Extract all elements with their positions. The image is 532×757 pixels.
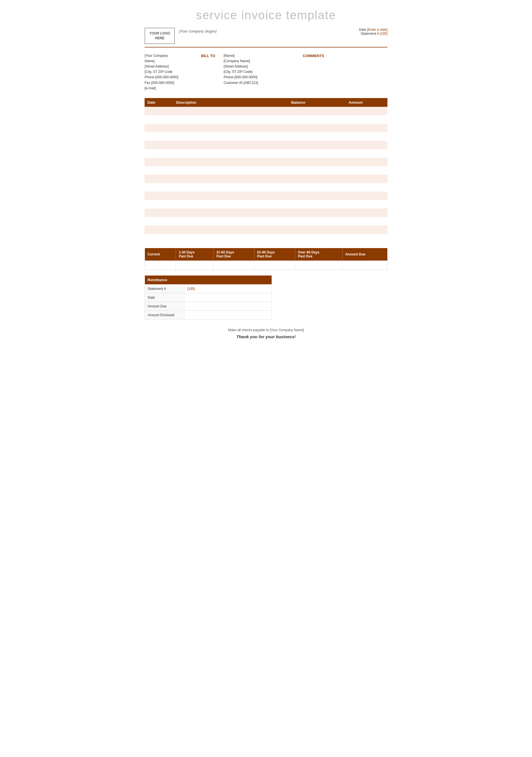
invoice-table: Date Description Balance Amount (145, 98, 387, 242)
statement-value[interactable]: [100] (380, 32, 387, 36)
row-balance[interactable] (288, 217, 346, 226)
row-date[interactable] (145, 158, 173, 166)
row-description[interactable] (173, 124, 288, 132)
row-balance[interactable] (288, 124, 346, 132)
row-date[interactable] (145, 226, 173, 234)
row-amount[interactable] (346, 132, 387, 141)
row-description[interactable] (173, 107, 288, 115)
row-amount[interactable] (346, 149, 387, 158)
row-balance[interactable] (288, 200, 346, 208)
company-info: [Your Company Name]. [Street Address] [C… (145, 53, 201, 91)
table-row (145, 107, 387, 115)
company-line7: [e-mail] (145, 86, 201, 91)
row-description[interactable] (173, 217, 288, 226)
row-amount[interactable] (346, 226, 387, 234)
row-description[interactable] (173, 175, 288, 183)
row-description[interactable] (173, 149, 288, 158)
row-balance[interactable] (288, 158, 346, 166)
summary-header-row: Current 1-30 DaysPast Due 31-60 DaysPast… (145, 248, 387, 261)
summary-amount-due-value[interactable] (342, 260, 387, 270)
row-amount[interactable] (346, 234, 387, 242)
row-description[interactable] (173, 192, 288, 200)
logo-slogan-area: YOUR LOGO HERE [Your company slogan] (145, 28, 216, 44)
row-date[interactable] (145, 208, 173, 217)
row-amount[interactable] (346, 166, 387, 175)
row-balance[interactable] (288, 226, 346, 234)
remittance-value-1[interactable] (184, 293, 272, 302)
remittance-value-3[interactable] (184, 311, 272, 319)
row-date[interactable] (145, 166, 173, 175)
table-row (145, 158, 387, 166)
summary-over-90-value[interactable] (295, 260, 343, 270)
summary-61-90-value[interactable] (254, 260, 295, 270)
billto-customer-id: Customer ID [ABC123] (224, 80, 303, 86)
summary-61-90: 61-90 DaysPast Due (254, 248, 295, 261)
page-title: service invoice template (145, 9, 387, 22)
row-balance[interactable] (288, 141, 346, 149)
row-description[interactable] (173, 226, 288, 234)
row-amount[interactable] (346, 192, 387, 200)
row-balance[interactable] (288, 175, 346, 183)
remittance-label-0: Statement # (145, 284, 184, 293)
remittance-value-2[interactable] (184, 302, 272, 311)
row-date[interactable] (145, 115, 173, 124)
row-description[interactable] (173, 158, 288, 166)
row-balance[interactable] (288, 166, 346, 175)
row-amount[interactable] (346, 141, 387, 149)
summary-31-60: 31-60 DaysPast Due (213, 248, 254, 261)
remittance-value-0[interactable]: [100] (184, 284, 272, 293)
row-description[interactable] (173, 234, 288, 242)
row-date[interactable] (145, 149, 173, 158)
summary-1-30-value[interactable] (176, 260, 213, 270)
row-description[interactable] (173, 115, 288, 124)
row-description[interactable] (173, 141, 288, 149)
row-amount[interactable] (346, 175, 387, 183)
row-balance[interactable] (288, 115, 346, 124)
row-amount[interactable] (346, 124, 387, 132)
row-amount[interactable] (346, 183, 387, 192)
row-date[interactable] (145, 141, 173, 149)
row-balance[interactable] (288, 132, 346, 141)
row-description[interactable] (173, 183, 288, 192)
date-value[interactable]: [Enter a date] (367, 28, 387, 32)
summary-table: Current 1-30 DaysPast Due 31-60 DaysPast… (145, 248, 387, 270)
row-description[interactable] (173, 166, 288, 175)
table-row (145, 166, 387, 175)
header-description: Description (173, 98, 288, 107)
row-description[interactable] (173, 200, 288, 208)
footer: Make all checks payable to [Your Company… (145, 328, 387, 339)
bill-to-label: BILL TO (201, 53, 224, 91)
row-amount[interactable] (346, 200, 387, 208)
row-amount[interactable] (346, 217, 387, 226)
row-balance[interactable] (288, 208, 346, 217)
row-date[interactable] (145, 107, 173, 115)
row-date[interactable] (145, 234, 173, 242)
remittance-row: Amount Due (145, 302, 272, 311)
row-date[interactable] (145, 192, 173, 200)
row-balance[interactable] (288, 192, 346, 200)
table-row (145, 208, 387, 217)
row-description[interactable] (173, 132, 288, 141)
summary-data-row (145, 260, 387, 270)
bill-to-info: [Name] [Company Name] [Street Address] [… (224, 53, 303, 91)
row-date[interactable] (145, 183, 173, 192)
row-date[interactable] (145, 124, 173, 132)
row-balance[interactable] (288, 107, 346, 115)
summary-current-value[interactable] (145, 260, 176, 270)
summary-31-60-value[interactable] (213, 260, 254, 270)
row-amount[interactable] (346, 115, 387, 124)
company-slogan: [Your company slogan] (179, 29, 216, 33)
row-amount[interactable] (346, 158, 387, 166)
company-line5: Phone [000-000-0000] (145, 75, 201, 80)
row-balance[interactable] (288, 149, 346, 158)
row-balance[interactable] (288, 234, 346, 242)
table-row (145, 132, 387, 141)
row-balance[interactable] (288, 183, 346, 192)
row-date[interactable] (145, 217, 173, 226)
row-date[interactable] (145, 132, 173, 141)
row-date[interactable] (145, 175, 173, 183)
row-amount[interactable] (346, 107, 387, 115)
row-amount[interactable] (346, 208, 387, 217)
row-description[interactable] (173, 208, 288, 217)
row-date[interactable] (145, 200, 173, 208)
